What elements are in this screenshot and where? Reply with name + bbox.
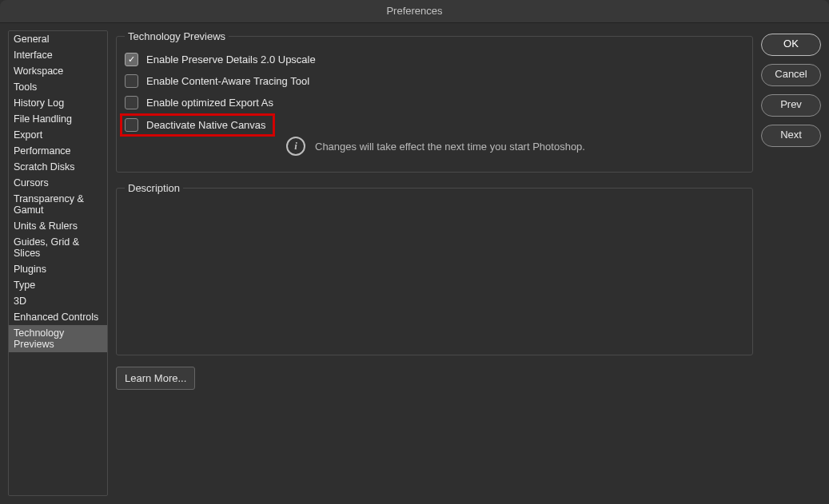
sidebar-item-3d[interactable]: 3D	[9, 293, 107, 309]
info-icon: i	[286, 137, 305, 156]
checkbox-optimized-export-as[interactable]	[125, 96, 138, 109]
sidebar-item-plugins[interactable]: Plugins	[9, 261, 107, 277]
sidebar-item-transparency-gamut[interactable]: Transparency & Gamut	[9, 191, 107, 218]
cancel-button[interactable]: Cancel	[761, 64, 821, 86]
sidebar-item-guides-grid-slices[interactable]: Guides, Grid & Slices	[9, 234, 107, 261]
sidebar-item-history-log[interactable]: History Log	[9, 95, 107, 111]
sidebar-item-general[interactable]: General	[9, 31, 107, 47]
description-title: Description	[125, 182, 183, 194]
prev-button[interactable]: Prev	[761, 94, 821, 117]
sidebar-item-cursors[interactable]: Cursors	[9, 175, 107, 191]
group-title: Technology Previews	[125, 30, 229, 42]
option-deactivate-native-canvas[interactable]: Deactivate Native Canvas	[120, 113, 275, 137]
option-preserve-details[interactable]: Enable Preserve Details 2.0 Upscale	[120, 49, 749, 70]
option-content-aware-tracing[interactable]: Enable Content-Aware Tracing Tool	[120, 70, 749, 92]
window-body: General Interface Workspace Tools Histor…	[0, 22, 829, 504]
sidebar-item-type[interactable]: Type	[9, 277, 107, 293]
ok-button[interactable]: OK	[761, 34, 821, 56]
sidebar-item-technology-previews[interactable]: Technology Previews	[9, 325, 107, 352]
next-button[interactable]: Next	[761, 125, 821, 147]
sidebar-item-enhanced-controls[interactable]: Enhanced Controls	[9, 309, 107, 325]
sidebar-item-export[interactable]: Export	[9, 127, 107, 143]
sidebar-item-workspace[interactable]: Workspace	[9, 63, 107, 79]
learn-more-button[interactable]: Learn More...	[116, 367, 195, 390]
checkbox-preserve-details[interactable]	[125, 53, 138, 66]
preferences-main: Technology Previews Enable Preserve Deta…	[108, 30, 761, 496]
description-group: Description	[116, 182, 753, 355]
options-list: Enable Preserve Details 2.0 Upscale Enab…	[117, 42, 752, 172]
option-label: Deactivate Native Canvas	[146, 119, 266, 131]
sidebar-item-file-handling[interactable]: File Handling	[9, 111, 107, 127]
action-buttons: OK Cancel Prev Next	[761, 30, 821, 496]
preferences-sidebar: General Interface Workspace Tools Histor…	[8, 30, 108, 496]
option-label: Enable Content-Aware Tracing Tool	[146, 75, 309, 87]
sidebar-item-units-rulers[interactable]: Units & Rulers	[9, 218, 107, 234]
preferences-window: Preferences General Interface Workspace …	[0, 0, 829, 504]
info-text: Changes will take effect the next time y…	[315, 141, 585, 153]
option-optimized-export-as[interactable]: Enable optimized Export As	[120, 92, 749, 113]
info-row: i Changes will take effect the next time…	[120, 137, 749, 161]
option-label: Enable Preserve Details 2.0 Upscale	[146, 54, 316, 65]
technology-previews-group: Technology Previews Enable Preserve Deta…	[116, 30, 753, 173]
option-label: Enable optimized Export As	[146, 97, 273, 109]
checkbox-content-aware-tracing[interactable]	[125, 74, 138, 88]
window-title: Preferences	[0, 0, 829, 23]
sidebar-item-tools[interactable]: Tools	[9, 79, 107, 95]
sidebar-item-performance[interactable]: Performance	[9, 143, 107, 159]
checkbox-deactivate-native-canvas[interactable]	[125, 118, 138, 132]
sidebar-item-interface[interactable]: Interface	[9, 47, 107, 63]
sidebar-item-scratch-disks[interactable]: Scratch Disks	[9, 159, 107, 175]
